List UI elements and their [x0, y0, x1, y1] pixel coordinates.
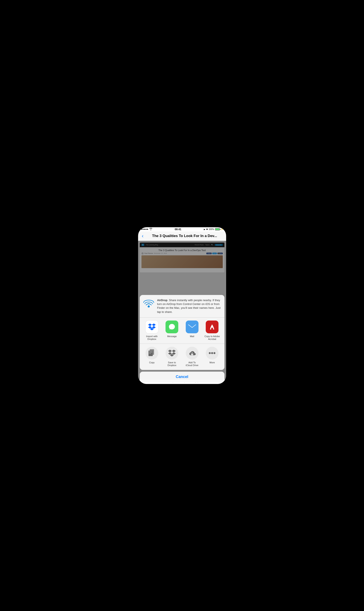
content-area: in The Learning Blog Recent Posts Topics…	[138, 241, 226, 384]
svg-point-17	[209, 352, 211, 354]
wifi-icon	[149, 228, 152, 231]
svg-rect-11	[149, 353, 151, 353]
battery-percent: 100%	[209, 228, 214, 231]
dropbox-label: Import withDropbox	[146, 335, 158, 340]
action-sheet: AirDrop. Share instantly with people nea…	[138, 295, 226, 384]
save-dropbox-label: Save toDropbox	[168, 361, 176, 367]
airdrop-text: AirDrop. Share instantly with people nea…	[157, 298, 221, 314]
adobe-app-icon	[206, 321, 219, 333]
svg-point-18	[211, 352, 213, 354]
charging-icon: ⚡	[221, 228, 223, 231]
svg-marker-2	[152, 324, 156, 326]
page-title: The 3 Qualities To Look For In a Dev...	[145, 234, 224, 238]
battery-fill	[216, 229, 219, 230]
copy-label: Copy	[149, 361, 155, 364]
icloud-action-item[interactable]: Add ToiCloud Drive	[182, 347, 202, 367]
dropbox-app-item[interactable]: Import withDropbox	[142, 321, 162, 340]
more-action-item[interactable]: More	[202, 347, 222, 367]
battery-box	[215, 228, 220, 231]
airdrop-title: AirDrop	[157, 299, 168, 302]
message-label: Message	[167, 335, 177, 338]
svg-rect-9	[149, 351, 152, 351]
status-time: 09:41	[175, 228, 181, 231]
battery-container	[215, 228, 220, 231]
icloud-icon-circle	[186, 347, 198, 359]
location-icon: ▶	[204, 228, 205, 231]
bluetooth-icon: ✱	[206, 228, 208, 231]
signal-dots	[141, 229, 148, 230]
mail-label: Mail	[190, 335, 194, 338]
cancel-label: Cancel	[176, 375, 188, 379]
svg-marker-12	[168, 350, 172, 352]
message-app-item[interactable]: Message	[162, 321, 182, 340]
message-app-icon	[166, 321, 178, 333]
mail-app-item[interactable]: Mail	[182, 321, 202, 340]
nav-bar: ‹ The 3 Qualities To Look For In a Dev..…	[138, 231, 226, 241]
status-left	[141, 228, 152, 231]
svg-point-19	[214, 352, 216, 354]
back-button[interactable]: ‹	[140, 233, 145, 239]
adobe-label: Copy to AdobeAcrobat	[205, 335, 220, 340]
save-dropbox-item[interactable]: Save toDropbox	[162, 347, 182, 367]
status-right: ▶ ✱ 100% ⚡	[204, 228, 223, 231]
cancel-button[interactable]: Cancel	[140, 372, 224, 382]
app-icons-row: Import withDropbox Message	[140, 318, 224, 344]
dropbox-app-icon	[145, 321, 158, 333]
svg-point-0	[148, 305, 150, 308]
airdrop-section: AirDrop. Share instantly with people nea…	[140, 295, 224, 318]
copy-icon-circle	[145, 347, 158, 359]
more-icon-circle	[206, 347, 219, 359]
svg-rect-10	[149, 352, 152, 353]
svg-rect-6	[188, 324, 196, 330]
more-label: More	[209, 361, 215, 364]
phone-frame: 09:41 ▶ ✱ 100% ⚡ ‹ The 3 Qualities To Lo…	[138, 227, 226, 384]
action-icons-row: Copy Save toDropbox	[140, 344, 224, 370]
copy-action-item[interactable]: Copy	[142, 347, 162, 367]
svg-marker-1	[148, 324, 152, 326]
action-sheet-main: AirDrop. Share instantly with people nea…	[140, 295, 224, 370]
svg-marker-13	[172, 350, 176, 352]
status-bar: 09:41 ▶ ✱ 100% ⚡	[138, 227, 226, 231]
adobe-app-item[interactable]: Copy to AdobeAcrobat	[202, 321, 222, 340]
airdrop-icon	[143, 298, 154, 310]
mail-app-icon	[186, 321, 198, 333]
icloud-label: Add ToiCloud Drive	[186, 361, 198, 367]
save-dropbox-icon-circle	[166, 347, 178, 359]
